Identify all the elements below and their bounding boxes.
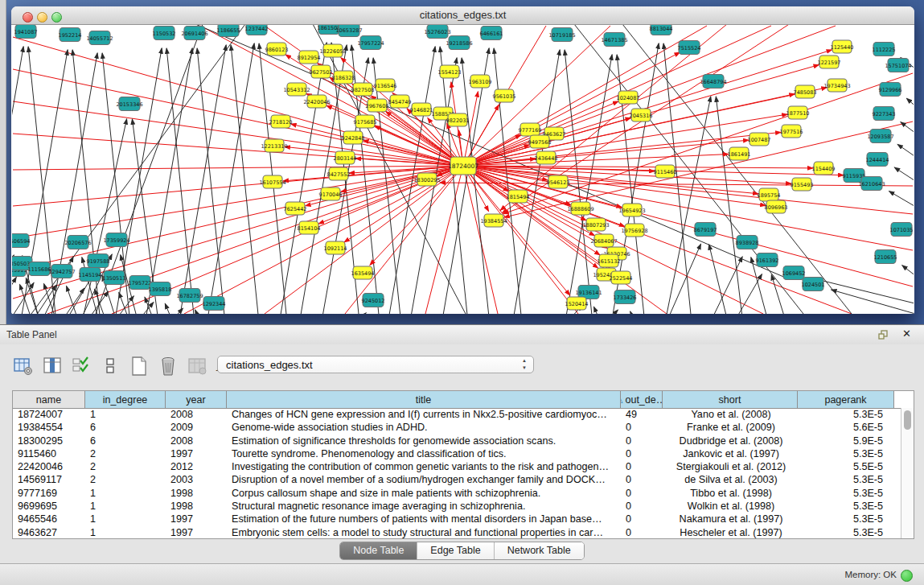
network-node[interactable]: 9227343 <box>873 107 896 121</box>
network-node[interactable]: 9136546 <box>374 79 397 92</box>
network-node[interactable]: 14055712 <box>86 31 113 45</box>
network-node[interactable]: 9827508 <box>351 83 375 96</box>
delete-column-icon[interactable] <box>157 356 179 377</box>
network-node[interactable]: 9245012 <box>362 294 385 307</box>
network-node[interactable]: 9146821 <box>410 103 433 116</box>
table-row[interactable]: 1456911722003Disruption of a novel membe… <box>13 473 901 486</box>
select-all-icon[interactable] <box>70 356 92 377</box>
network-node[interactable]: 8096963 <box>765 200 788 213</box>
restore-panel-icon[interactable] <box>877 329 889 340</box>
network-node[interactable]: 1069452 <box>782 266 806 280</box>
column-header-out-de-[interactable]: △out_de… <box>621 391 663 408</box>
network-node[interactable]: 16210643 <box>858 177 885 191</box>
network-graph[interactable]: 1941087195221414055712115053220691406118… <box>12 25 914 314</box>
network-node[interactable]: 1963109 <box>469 75 492 88</box>
network-node[interactable]: 15751074 <box>885 59 911 72</box>
network-node[interactable]: 19384554 <box>480 214 507 227</box>
column-header-in-degree[interactable]: in_degree <box>85 391 166 408</box>
network-node[interactable]: 2506594 <box>12 234 30 248</box>
column-visibility-icon[interactable] <box>41 356 63 377</box>
network-node[interactable]: 10543312 <box>283 83 310 96</box>
network-node[interactable]: 9777169 <box>519 123 542 136</box>
network-node[interactable]: 1861491 <box>728 147 751 160</box>
network-node[interactable]: 1292344 <box>203 297 226 311</box>
close-panel-icon[interactable]: ✕ <box>902 328 911 340</box>
network-node[interactable]: 17957224 <box>357 36 384 50</box>
table-row[interactable]: 911546021997Tourette syndrome. Phenomeno… <box>13 447 901 460</box>
table-row[interactable]: 2242004622012Investigating the contribut… <box>13 460 901 473</box>
column-header-title[interactable]: title <box>227 391 621 408</box>
network-node[interactable]: 12093587 <box>867 130 893 143</box>
network-node[interactable]: 1554123 <box>438 65 462 78</box>
network-node[interactable]: 22420046 <box>303 95 330 108</box>
network-node[interactable]: 1115686 <box>28 262 51 276</box>
network-node[interactable]: 2718120 <box>269 115 293 128</box>
network-node[interactable]: 18724007 <box>448 157 478 175</box>
network-node[interactable]: 10719185 <box>548 28 575 42</box>
network-node[interactable]: 1895754 <box>758 188 781 201</box>
network-node[interactable]: 6466161 <box>480 27 503 40</box>
network-node[interactable]: 12213319 <box>261 139 287 152</box>
network-node[interactable]: 20153346 <box>116 97 142 111</box>
network-node[interactable]: 8154104 <box>298 221 321 234</box>
network-node[interactable]: 9546123 <box>547 175 570 188</box>
network-node[interactable]: 1941087 <box>14 25 38 39</box>
network-node[interactable]: 18300295 <box>413 173 440 186</box>
network-node[interactable]: 9175685 <box>354 115 377 128</box>
network-node[interactable]: 1615132 <box>598 254 621 267</box>
deselect-rows-icon[interactable] <box>99 356 121 377</box>
network-node[interactable]: 9627502 <box>310 65 333 78</box>
column-header-year[interactable]: year <box>166 391 227 408</box>
delete-table-icon[interactable] <box>186 356 207 377</box>
network-node[interactable]: 15276023 <box>424 25 450 39</box>
table-row[interactable]: 1830029562008Estimation of significance … <box>13 435 901 447</box>
network-node[interactable]: 1007487 <box>748 133 771 146</box>
table-row[interactable]: 946362711997Embryonic stem cells: a mode… <box>13 526 901 538</box>
node-table[interactable]: namein_degreeyeartitle△out_de…shortpager… <box>12 390 914 539</box>
network-node[interactable]: 1210655 <box>874 250 897 264</box>
network-node[interactable]: 1145194 <box>79 268 102 282</box>
network-node[interactable]: 7485083 <box>794 85 817 98</box>
network-node[interactable]: 20691406 <box>181 27 207 40</box>
network-node[interactable]: 14671385 <box>601 33 627 47</box>
table-row[interactable]: 977716911998Corpus callosum shape and si… <box>13 487 901 500</box>
column-header-short[interactable]: short <box>663 391 798 408</box>
network-node[interactable]: 1977516 <box>780 125 803 138</box>
network-node[interactable]: 7625442 <box>284 202 307 215</box>
network-node[interactable]: 16648794 <box>700 75 726 89</box>
network-node[interactable]: 1877510 <box>786 106 810 119</box>
network-node[interactable]: 1112225 <box>873 43 896 56</box>
network-node[interactable]: 1815494 <box>507 190 530 203</box>
network-node[interactable]: 8813044 <box>650 25 673 35</box>
network-node[interactable]: 2045316 <box>630 109 653 122</box>
network-node[interactable]: 19734943 <box>823 79 850 92</box>
network-node[interactable]: 1350513 <box>103 271 126 285</box>
network-node[interactable]: 1221597 <box>818 56 841 68</box>
network-node[interactable]: 17359924 <box>103 233 129 247</box>
network-node[interactable]: 1733426 <box>614 290 637 304</box>
network-node[interactable]: 1395818 <box>149 282 172 296</box>
network-node[interactable]: 1071035 <box>890 223 914 237</box>
table-row[interactable]: 1938455462009Genome-wide association stu… <box>13 421 901 434</box>
network-node[interactable]: 1237442 <box>245 25 269 35</box>
table-scrollbar[interactable] <box>901 408 914 538</box>
table-row[interactable]: 1872400712008Changes of HCN gene express… <box>13 408 901 421</box>
network-node[interactable]: 18226058 <box>319 44 346 57</box>
network-node[interactable]: 12942757 <box>48 265 75 278</box>
network-node[interactable]: 20206576 <box>64 236 91 249</box>
scrollbar-thumb[interactable] <box>904 410 911 430</box>
network-node[interactable]: 19756928 <box>621 224 647 237</box>
network-node[interactable]: 1635494 <box>351 266 375 279</box>
network-canvas[interactable]: 1941087195221414055712115053220691406118… <box>12 25 914 314</box>
network-node[interactable]: 1154409 <box>812 162 836 175</box>
column-header-pagerank[interactable]: pagerank <box>798 391 894 408</box>
network-node[interactable]: 16107554 <box>259 175 285 188</box>
table-body[interactable]: 1872400712008Changes of HCN gene express… <box>13 408 901 538</box>
network-node[interactable]: 19654923 <box>618 204 645 216</box>
network-node[interactable]: 1244414 <box>866 153 889 167</box>
network-node[interactable]: 18807293 <box>582 218 609 231</box>
network-node[interactable]: 1150532 <box>153 27 176 40</box>
create-column-icon[interactable] <box>128 356 150 377</box>
network-node[interactable]: 1952214 <box>59 28 82 42</box>
table-settings-icon[interactable] <box>12 356 34 377</box>
